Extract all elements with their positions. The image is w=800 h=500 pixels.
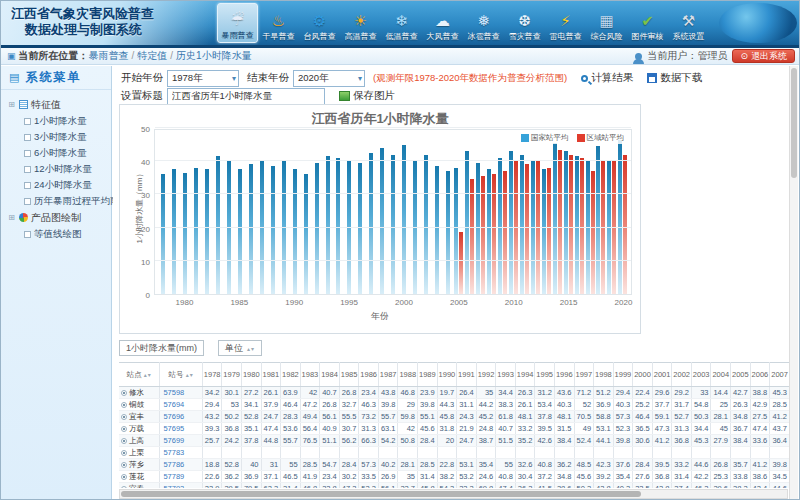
- row-expand-icon[interactable]: [121, 450, 127, 456]
- bar-national-1979[interactable]: [172, 169, 176, 294]
- checkbox-icon[interactable]: [24, 150, 31, 157]
- col-header-year-2007[interactable]: 2007: [770, 363, 790, 387]
- station-name-cell[interactable]: 萍乡: [119, 459, 160, 471]
- col-header-year-1986[interactable]: 1986: [359, 363, 379, 387]
- checkbox-icon[interactable]: [24, 118, 31, 125]
- bar-national-1999[interactable]: [391, 155, 395, 294]
- station-id-cell[interactable]: 57783: [160, 447, 202, 459]
- station-name-cell[interactable]: 修水: [119, 387, 160, 399]
- col-header-year-1997[interactable]: 1997: [574, 363, 594, 387]
- station-name-cell[interactable]: 铜鼓: [119, 399, 160, 411]
- col-header-year-1992[interactable]: 1992: [476, 363, 496, 387]
- sidebar-group-2[interactable]: ⊞产品图绘制: [7, 209, 111, 226]
- bar-national-1988[interactable]: [271, 166, 275, 294]
- bar-national-1981[interactable]: [194, 168, 198, 294]
- breadcrumb-item[interactable]: 暴雨普查: [89, 50, 129, 61]
- nav-item-lightning[interactable]: ⚡雷电普查: [545, 3, 586, 43]
- bar-national-2015[interactable]: [564, 151, 568, 294]
- col-header-year-1998[interactable]: 1998: [594, 363, 614, 387]
- bar-national-1997[interactable]: [369, 153, 373, 294]
- station-id-cell[interactable]: 57695: [160, 423, 202, 435]
- bar-regional-2005[interactable]: [459, 232, 463, 294]
- col-header-year-1979[interactable]: 1979: [222, 363, 242, 387]
- col-header-year-2003[interactable]: 2003: [691, 363, 711, 387]
- col-header-station-id[interactable]: 站号 ▴▾: [160, 363, 202, 387]
- bar-national-1990[interactable]: [293, 169, 297, 294]
- station-id-cell[interactable]: 57789: [160, 471, 202, 483]
- bar-national-1993[interactable]: [326, 156, 330, 294]
- checkbox-icon[interactable]: [24, 231, 31, 238]
- col-header-year-1988[interactable]: 1988: [398, 363, 418, 387]
- bar-regional-2008[interactable]: [492, 174, 496, 294]
- bar-national-1998[interactable]: [380, 148, 384, 294]
- bar-national-2011[interactable]: [520, 155, 524, 294]
- col-header-year-1980[interactable]: 1980: [241, 363, 261, 387]
- nav-item-snow[interactable]: ❆雪灾普查: [504, 3, 545, 43]
- nav-item-system-settings[interactable]: ⚒系统设置: [668, 3, 709, 43]
- sidebar-item[interactable]: 等值线绘图: [7, 226, 111, 242]
- sidebar-item[interactable]: 6小时降水量: [7, 145, 111, 161]
- station-name-cell[interactable]: 上高: [119, 435, 160, 447]
- sidebar-item[interactable]: 24小时降水量: [7, 177, 111, 193]
- breadcrumb-item[interactable]: 历史1小时降水量: [176, 50, 252, 61]
- bar-national-1980[interactable]: [183, 173, 187, 294]
- unit-box[interactable]: 1小时降水量(mm): [119, 340, 204, 356]
- nav-item-rainstorm[interactable]: ☔暴雨普查: [217, 3, 258, 43]
- bar-national-2018[interactable]: [596, 146, 600, 294]
- col-header-year-2006[interactable]: 2006: [750, 363, 770, 387]
- nav-item-map-review[interactable]: ✔图件审核: [627, 3, 668, 43]
- col-header-year-1995[interactable]: 1995: [535, 363, 555, 387]
- save-image-button[interactable]: 保存图片: [339, 89, 395, 103]
- bar-national-1996[interactable]: [358, 163, 362, 294]
- sidebar-item[interactable]: 1小时降水量: [7, 113, 111, 129]
- row-expand-icon[interactable]: [121, 426, 127, 432]
- col-header-year-1985[interactable]: 1985: [339, 363, 359, 387]
- col-header-year-1978[interactable]: 1978: [202, 363, 222, 387]
- bar-national-1983[interactable]: [216, 156, 220, 294]
- sort-unit-control[interactable]: 单位 ▴▾: [218, 340, 262, 356]
- col-header-year-1990[interactable]: 1990: [437, 363, 457, 387]
- bar-national-1985[interactable]: [238, 169, 242, 294]
- bar-national-2008[interactable]: [487, 169, 491, 294]
- bar-regional-2020[interactable]: [623, 155, 627, 294]
- bar-national-2016[interactable]: [575, 156, 579, 294]
- bar-regional-2015[interactable]: [569, 155, 573, 294]
- bar-national-2010[interactable]: [509, 151, 513, 294]
- breadcrumb-item[interactable]: 特定值: [137, 50, 167, 61]
- checkbox-icon[interactable]: [24, 198, 31, 205]
- expand-icon[interactable]: ⊞: [7, 213, 16, 222]
- col-header-year-1996[interactable]: 1996: [554, 363, 574, 387]
- col-header-year-1993[interactable]: 1993: [496, 363, 516, 387]
- col-header-year-2004[interactable]: 2004: [711, 363, 731, 387]
- checkbox-icon[interactable]: [24, 166, 31, 173]
- row-expand-icon[interactable]: [121, 462, 127, 468]
- start-year-select[interactable]: 1978年 ▾: [167, 70, 239, 87]
- nav-item-high-temp[interactable]: ☀高温普查: [340, 3, 381, 43]
- col-header-year-2005[interactable]: 2005: [731, 363, 751, 387]
- vertical-scroll-thumb[interactable]: [791, 68, 797, 178]
- bar-regional-2009[interactable]: [503, 171, 507, 294]
- end-year-select[interactable]: 2020年 ▾: [293, 70, 365, 87]
- checkbox-icon[interactable]: [24, 182, 31, 189]
- bar-national-1982[interactable]: [205, 169, 209, 294]
- station-id-cell[interactable]: 57694: [160, 399, 202, 411]
- col-header-year-1994[interactable]: 1994: [515, 363, 535, 387]
- bar-national-2000[interactable]: [402, 145, 406, 294]
- col-header-year-1991[interactable]: 1991: [457, 363, 477, 387]
- data-table-wrap[interactable]: 站点 ▴▾站号 ▴▾197819791980198119821983198419…: [119, 362, 790, 488]
- col-header-year-2001[interactable]: 2001: [652, 363, 672, 387]
- col-header-year-1987[interactable]: 1987: [378, 363, 398, 387]
- bar-national-2005[interactable]: [454, 168, 458, 294]
- station-name-cell[interactable]: 宜春: [119, 483, 160, 489]
- bar-national-2003[interactable]: [435, 166, 439, 294]
- col-header-year-1982[interactable]: 1982: [281, 363, 301, 387]
- row-expand-icon[interactable]: [121, 486, 127, 488]
- row-expand-icon[interactable]: [121, 402, 127, 408]
- sidebar-item[interactable]: 3小时降水量: [7, 129, 111, 145]
- col-header-year-1999[interactable]: 1999: [613, 363, 633, 387]
- bar-national-2013[interactable]: [542, 169, 546, 294]
- bar-national-2007[interactable]: [476, 163, 480, 294]
- station-id-cell[interactable]: 57786: [160, 459, 202, 471]
- horizontal-scrollbar[interactable]: [119, 489, 788, 499]
- sidebar-group-1[interactable]: ⊞特征值: [7, 96, 111, 113]
